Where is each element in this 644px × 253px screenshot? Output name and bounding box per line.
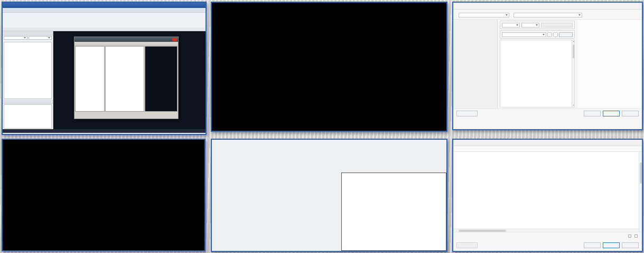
scaffold-elevation-drawing <box>212 3 446 131</box>
note-row <box>453 232 642 240</box>
status-bar <box>3 129 206 133</box>
chevron-down-icon <box>543 34 545 35</box>
save-icon[interactable] <box>553 32 558 37</box>
material-statistics-table <box>341 173 446 251</box>
method-property-grid-wrap: ▲ ▼ <box>500 40 575 107</box>
cancel-button[interactable] <box>622 242 639 248</box>
dimension-labels <box>3 140 204 250</box>
scroll-up-icon[interactable]: ▲ <box>572 40 575 43</box>
scrollbar-horizontal[interactable] <box>453 229 639 232</box>
dialog-footer <box>453 240 642 250</box>
title-bar <box>3 3 206 8</box>
apply-button[interactable] <box>584 242 601 248</box>
palette-radios <box>3 40 53 41</box>
manual-arrangement-dialog-panel <box>452 139 643 252</box>
formwork-3d-preview <box>577 20 642 109</box>
condition-select-1[interactable] <box>502 23 520 28</box>
category-tabs <box>453 146 642 152</box>
checkbox-unchecked[interactable] <box>628 234 631 238</box>
dialog-title-bar <box>453 140 642 146</box>
chevron-down-icon <box>536 24 538 26</box>
dialog-body <box>74 46 178 112</box>
3d-preview[interactable] <box>145 46 178 112</box>
collage: ▲ ▼ <box>0 0 644 253</box>
scrollbar-vertical[interactable] <box>639 152 642 232</box>
property-panel-title <box>3 100 53 104</box>
floor-select[interactable] <box>4 36 27 40</box>
checkbox-unchecked[interactable] <box>634 234 638 238</box>
scrollbar-vertical[interactable]: ▲ ▼ <box>572 40 574 107</box>
type-select[interactable] <box>29 36 52 40</box>
parameter-tree <box>75 46 105 112</box>
palette-filters <box>3 35 53 40</box>
condition-select-2[interactable] <box>521 23 539 28</box>
construct-params-dialog-panel: ▲ ▼ <box>452 2 643 130</box>
scroll-thumb[interactable] <box>640 162 642 184</box>
apply-button[interactable] <box>584 111 601 116</box>
component-palette <box>3 31 53 129</box>
dialog-title-bar <box>453 3 642 10</box>
hbar-spec-select[interactable] <box>514 13 582 17</box>
drawing-area[interactable] <box>53 31 206 129</box>
palette-title <box>3 31 53 35</box>
preview-button[interactable] <box>559 32 573 37</box>
chevron-down-icon <box>48 37 50 39</box>
ok-button[interactable] <box>603 111 620 116</box>
cad-window-panel <box>2 2 207 135</box>
condition-group <box>500 21 575 29</box>
reset-default-button[interactable] <box>456 111 478 116</box>
dialog-footer <box>453 109 642 118</box>
property-panel-empty <box>4 104 52 129</box>
dialog-main: ▲ ▼ <box>453 20 642 109</box>
dialog-toolbar[interactable] <box>74 42 178 46</box>
ribbon-group-labels <box>3 28 206 31</box>
cancel-button[interactable] <box>622 111 639 116</box>
dialog-title-bar <box>74 37 178 42</box>
model-with-table-panel <box>211 139 447 252</box>
method-group <box>500 30 575 39</box>
method-editor: ▲ ▼ <box>498 20 577 109</box>
beam-formwork-preview-drawing <box>145 47 177 111</box>
dialog-buttons <box>74 112 178 119</box>
ribbon-tabs <box>3 8 206 13</box>
arrangement-table-wrap <box>453 152 642 232</box>
main-body <box>3 31 206 129</box>
spec-row <box>453 12 642 20</box>
chevron-down-icon <box>506 14 508 16</box>
parameter-dialog <box>74 37 179 119</box>
method-select[interactable] <box>502 32 546 37</box>
ribbon <box>3 13 206 28</box>
scroll-down-icon[interactable]: ▼ <box>572 104 575 107</box>
scroll-thumb[interactable] <box>573 44 575 58</box>
scroll-thumb[interactable] <box>459 230 506 232</box>
pole-spec-select[interactable] <box>459 13 509 17</box>
chevron-down-icon <box>516 24 518 26</box>
chevron-down-icon <box>578 14 581 16</box>
ok-button[interactable] <box>603 242 620 248</box>
component-method-list <box>453 20 498 109</box>
condition-value-disabled <box>541 23 573 28</box>
elevation-drawing-panel[interactable] <box>211 2 447 132</box>
chevron-down-icon <box>24 37 26 39</box>
reset-default-button[interactable] <box>456 242 478 248</box>
refresh-icon[interactable] <box>547 32 552 37</box>
component-list <box>4 42 52 99</box>
close-icon[interactable] <box>172 38 177 41</box>
plan-view-panel[interactable] <box>2 139 206 251</box>
property-grid <box>105 46 144 112</box>
beam-formwork-3d-drawing <box>577 20 642 109</box>
